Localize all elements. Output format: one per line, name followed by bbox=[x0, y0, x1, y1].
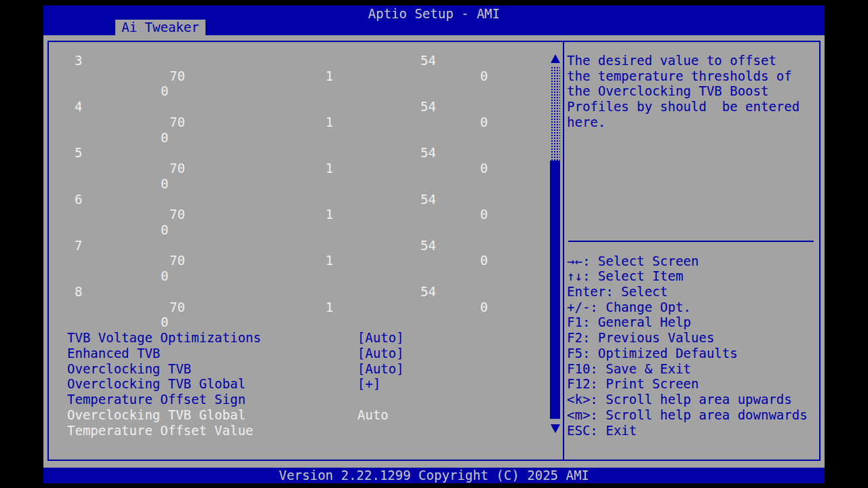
hotkey-change-opt: +/-: Change Opt. bbox=[567, 300, 691, 315]
tab-ai-tweaker[interactable]: Ai Tweaker bbox=[115, 20, 205, 35]
hotkey-m-scroll-down: <m>: Scroll help area downwards bbox=[567, 407, 808, 423]
bios-setup-window: Aptio Setup - AMI Ai Tweaker 354 7010 0 … bbox=[43, 5, 825, 483]
hotkey-f1-help: F1: General Help bbox=[567, 314, 691, 330]
help-line: the Overclocking TVB Boost bbox=[567, 83, 768, 99]
hotkey-select-item: ↑↓: Select Item bbox=[567, 268, 684, 284]
hotkey-f12-print: F12: Print Screen bbox=[567, 376, 698, 392]
scrollbar-thumb[interactable] bbox=[550, 161, 560, 419]
help-line: the temperature thresholds of bbox=[567, 68, 792, 84]
help-line: The desired value to offset bbox=[567, 53, 776, 68]
help-line: here. bbox=[567, 115, 606, 130]
hotkey-esc-exit: ESC: Exit bbox=[567, 423, 637, 439]
scroll-down-icon[interactable] bbox=[551, 424, 560, 433]
help-line: Profiles by should be entered bbox=[567, 99, 800, 115]
version-text: Version 2.22.1299 Copyright (C) 2025 AMI bbox=[43, 468, 825, 483]
scrollbar-track[interactable] bbox=[550, 66, 560, 161]
hotkey-f10-save-exit: F10: Save & Exit bbox=[567, 361, 691, 377]
hotkey-k-scroll-up: <k>: Scroll help area upwards bbox=[567, 392, 792, 407]
app-title: Aptio Setup - AMI bbox=[43, 6, 825, 21]
help-keys-divider bbox=[568, 241, 814, 242]
hotkey-enter-select: Enter: Select bbox=[567, 284, 668, 300]
scroll-up-icon[interactable] bbox=[551, 54, 560, 63]
panel-divider bbox=[563, 41, 564, 461]
hotkey-f2-previous: F2: Previous Values bbox=[567, 330, 714, 346]
version-bar: Version 2.22.1299 Copyright (C) 2025 AMI bbox=[43, 468, 825, 483]
hotkey-select-screen: →←: Select Screen bbox=[567, 253, 698, 269]
hotkey-f5-defaults: F5: Optimized Defaults bbox=[567, 346, 738, 361]
